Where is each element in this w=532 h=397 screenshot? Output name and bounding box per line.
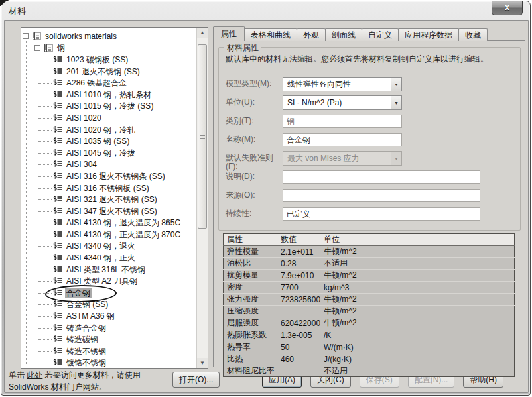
open-button[interactable]: 打开(O)... <box>172 372 220 388</box>
tree-item-21[interactable]: 合金钢 (SS) <box>21 299 196 311</box>
tree-item-label: AISI 1045 钢，冷拔 <box>65 148 137 158</box>
table-row: 热导率50W/(m·K) <box>224 341 515 353</box>
tree-item-label: AISI 1020 钢，冷轧 <box>65 125 137 135</box>
tree-item-1[interactable]: 201 退火不锈钢 (SS) <box>21 66 196 78</box>
material-icon <box>52 266 62 274</box>
tab-5[interactable]: 应用程序数据 <box>398 28 459 41</box>
material-icon <box>52 219 62 227</box>
tree-item-20[interactable]: 合金钢 <box>21 287 196 299</box>
chevron-down-icon: ▼ <box>391 152 401 165</box>
material-icon <box>52 102 62 110</box>
material-icon <box>52 137 62 145</box>
tree-item-7[interactable]: AISI 1035 钢 (SS) <box>21 135 196 147</box>
category-field[interactable]: 钢 <box>283 115 402 128</box>
material-icon <box>52 149 62 157</box>
model-type-select[interactable]: 线性弹性各向同性▼ <box>283 77 402 91</box>
material-icon <box>52 160 62 168</box>
tree-item-18[interactable]: AISI 类型 316L 不锈钢 <box>21 264 196 276</box>
description-field[interactable] <box>283 170 480 184</box>
tree-item-14[interactable]: AISI 4130 钢，退火温度为 865C <box>21 217 196 229</box>
table-cell: 460 <box>277 353 320 365</box>
tree-item-11[interactable]: AISI 316 不锈钢板 (SS) <box>21 182 196 194</box>
material-icon <box>52 231 62 239</box>
model-type-label: 模型类型(M): <box>226 77 283 88</box>
tree-item-17[interactable]: AISI 4340 钢，正火 <box>21 252 196 264</box>
table-cell: kg/m^3 <box>320 282 515 294</box>
collapse-minus-icon[interactable] <box>23 33 29 39</box>
tree-item-16[interactable]: AISI 4340 钢，退火 <box>21 241 196 253</box>
close-icon: x <box>505 3 509 12</box>
tab-3[interactable]: 剖面线 <box>325 28 362 41</box>
tree-item-23[interactable]: 铸造合金钢 <box>21 322 196 334</box>
description-label: 说明(D): <box>226 170 283 181</box>
close-button[interactable]: x <box>492 1 523 15</box>
tree-item-2[interactable]: A286 铁基超合金 <box>21 77 196 89</box>
tree-item-8[interactable]: AISI 1045 钢，冷拔 <box>21 147 196 159</box>
tree-item-22[interactable]: ASTM A36 钢 <box>21 310 196 322</box>
material-form: 模型类型(M):线性弹性各向同性▼单位(U):SI - N/m^2 (Pa)▼类… <box>226 77 515 225</box>
table-cell: 0.28 <box>277 258 320 270</box>
table-row: 材料阻尼比率不适用 <box>224 365 515 377</box>
tree-item-steel-group[interactable]: 钢 <box>21 42 196 54</box>
scroll-down-icon[interactable]: ▼ <box>197 358 208 368</box>
tree-item-12[interactable]: AISI 321 退火不锈钢 (SS) <box>21 194 196 205</box>
tree-item-24[interactable]: 铸造碳钢 <box>21 333 196 345</box>
tab-1[interactable]: 表格和曲线 <box>244 28 297 41</box>
tab-2[interactable]: 外观 <box>297 28 326 41</box>
sustainability-field[interactable]: 已定义 <box>283 207 480 221</box>
tab-0[interactable]: 属性 <box>213 26 245 41</box>
tree-item-6[interactable]: AISI 1020 钢，冷轧 <box>21 124 196 136</box>
tree-item-25[interactable]: 铸造不锈钢 <box>21 345 196 357</box>
footer-text-post: 若要访问更多材料，请使用 <box>42 370 140 380</box>
scrollbar-thumb[interactable] <box>198 44 207 229</box>
tree-item-19[interactable]: AISI 类型 A2 刀具钢 <box>21 275 196 287</box>
tree-item-label: A286 铁基超合金 <box>65 78 128 87</box>
table-cell: 弹性模量 <box>224 246 277 258</box>
tree-item-label: AISI 1035 钢 (SS) <box>65 137 131 146</box>
edit-notice: 默认库中的材料无法编辑。您必须首先将材料复制到自定义库以进行编辑。 <box>226 54 488 65</box>
tree-item-9[interactable]: AISI 304 <box>21 159 196 171</box>
tab-4[interactable]: 自定义 <box>362 28 399 41</box>
tree-item-label: AISI 类型 316L 不锈钢 <box>65 265 147 274</box>
tree-item-label: AISI 1015 钢，冷拔 (SS) <box>65 101 155 111</box>
tab-6[interactable]: 收藏 <box>458 28 488 41</box>
source-field[interactable] <box>283 189 480 202</box>
tree-item-26[interactable]: 镀铬不锈钢 <box>21 357 196 369</box>
material-icon <box>52 300 62 308</box>
material-icon <box>52 114 62 122</box>
titlebar[interactable]: 材料 x <box>1 1 530 20</box>
default-failure-criterion-select: 最大 von Mises 应力▼ <box>283 151 402 166</box>
name-field[interactable]: 合金钢 <box>283 133 402 146</box>
more-materials-link[interactable]: 此处 <box>27 370 42 380</box>
tree-item-label: 201 退火不锈钢 (SS) <box>65 67 141 76</box>
material-icon <box>52 335 62 343</box>
tab-bar: 属性表格和曲线外观剖面线自定义应用程序数据收藏 <box>213 26 487 41</box>
table-cell: 牛顿/m^2 <box>320 317 515 329</box>
tree-item-4[interactable]: AISI 1015 钢，冷拔 (SS) <box>21 101 196 113</box>
table-cell: 不适用 <box>320 365 515 377</box>
tree-item-5[interactable]: AISI 1020 <box>21 112 196 124</box>
table-row: 弹性模量2.1e+011牛顿/m^2 <box>224 246 515 258</box>
default-failure-criterion-value: 最大 von Mises 应力 <box>283 153 391 164</box>
table-row: 抗剪模量7.9e+010牛顿/m^2 <box>224 270 515 282</box>
tree-item-root[interactable]: solidworks materials <box>21 30 196 42</box>
material-icon <box>52 207 62 215</box>
tree-item-3[interactable]: AISI 1010 钢，热轧条材 <box>21 89 196 101</box>
tree-item-label: AISI 321 退火不锈钢 (SS) <box>65 195 159 204</box>
materials-tree[interactable]: solidworks materials钢1023 碳钢板 (SS)201 退火… <box>21 27 208 369</box>
tree-item-0[interactable]: 1023 碳钢板 (SS) <box>21 54 196 66</box>
tree-scrollbar[interactable]: ▲ ▼ <box>196 28 208 368</box>
units-select[interactable]: SI - N/m^2 (Pa)▼ <box>283 95 402 110</box>
tree-item-15[interactable]: AISI 4130 钢，正火温度为 870C <box>21 229 196 241</box>
table-cell: /K <box>320 329 515 341</box>
chevron-down-icon: ▼ <box>391 78 401 91</box>
material-icon <box>52 68 62 76</box>
tree-item-10[interactable]: AISI 316 退火不锈钢条 (SS) <box>21 170 196 182</box>
tree-item-label: AISI 316 退火不锈钢条 (SS) <box>65 172 166 181</box>
table-cell: 牛顿/m^2 <box>320 270 515 282</box>
table-row: 张力强度723825600牛顿/m^2 <box>224 294 515 306</box>
scroll-up-icon[interactable]: ▲ <box>197 28 208 38</box>
tree-item-13[interactable]: AISI 347 退火不锈钢 (SS) <box>21 205 196 217</box>
material-icon <box>52 289 62 297</box>
collapse-minus-icon[interactable] <box>34 45 40 51</box>
